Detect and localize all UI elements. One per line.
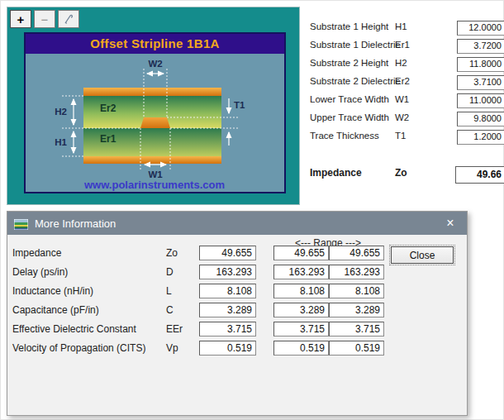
- result-range-max-field: 3.715: [329, 322, 384, 336]
- result-range-min-field: 163.293: [273, 265, 329, 279]
- parameter-symbol: T1: [395, 131, 406, 141]
- result-row: Effective Dielectric Constant EEr 3.715 …: [7, 322, 468, 336]
- parameter-input[interactable]: 9.8000: [457, 112, 504, 126]
- close-button[interactable]: Close: [391, 246, 454, 264]
- result-row: Delay (ps/in) D 163.293 163.293 163.293: [7, 265, 468, 279]
- h1-label: H1: [55, 137, 67, 147]
- result-symbol: C: [166, 304, 174, 316]
- result-range-max-field: 0.519: [329, 341, 384, 356]
- dialog-titlebar[interactable]: More Information ×: [7, 212, 467, 235]
- parameter-row: Substrate 1 Dielectric Er1 3.7200: [310, 39, 502, 54]
- parameter-symbol: W1: [395, 94, 409, 104]
- calculator-panel: + − Offset Stripline 1B1A: [7, 7, 300, 205]
- result-range-max-field: 3.289: [329, 303, 384, 317]
- result-symbol: L: [166, 285, 172, 297]
- parameter-label: Substrate 2 Height: [310, 58, 388, 68]
- result-symbol: Vp: [166, 342, 178, 354]
- result-value-field: 0.519: [199, 341, 256, 356]
- result-range-max-field: 49.655: [329, 246, 384, 260]
- diagram-toolbar: + −: [10, 10, 79, 28]
- zoom-in-button[interactable]: +: [10, 10, 31, 28]
- parameter-label: Substrate 1 Dielectric: [310, 40, 400, 50]
- parameter-symbol: Er2: [395, 76, 410, 86]
- w2-label: W2: [148, 59, 162, 69]
- parameter-symbol: H1: [395, 21, 407, 31]
- result-row: Capacitance (pF/in) C 3.289 3.289 3.289: [7, 303, 468, 317]
- parameter-label: Upper Trace Width: [310, 112, 389, 122]
- parameter-row: Lower Trace Width W1 11.0000: [310, 93, 502, 108]
- result-row: Velocity of Propagation (CITS) Vp 0.519 …: [7, 341, 468, 356]
- h2-label: H2: [55, 107, 67, 117]
- impedance-result-field: 49.66: [455, 166, 504, 184]
- impedance-calculator-screen: + − Offset Stripline 1B1A: [0, 0, 504, 420]
- t1-label: T1: [234, 100, 245, 110]
- parameter-input[interactable]: 1.2000: [457, 130, 504, 145]
- result-symbol: EEr: [166, 323, 183, 335]
- dialog-app-icon: [14, 218, 28, 229]
- result-label: Impedance: [12, 247, 61, 259]
- zoom-out-button[interactable]: −: [34, 10, 55, 28]
- parameter-row: Upper Trace Width W2 9.8000: [310, 112, 502, 126]
- result-range-min-field: 8.108: [273, 284, 329, 298]
- upper-copper-plane: [83, 88, 221, 96]
- result-label: Effective Dielectric Constant: [12, 323, 136, 335]
- result-range-min-field: 3.289: [273, 303, 329, 317]
- result-value-field: 3.715: [199, 322, 256, 336]
- er1-layer-label: Er1: [100, 133, 116, 145]
- parameter-symbol: Er1: [395, 40, 410, 50]
- probe-pen-button[interactable]: [58, 10, 79, 28]
- parameter-label: Lower Trace Width: [310, 94, 389, 104]
- impedance-label: Impedance: [310, 167, 362, 179]
- parameter-label: Substrate 2 Dielectric: [310, 76, 400, 86]
- result-label: Inductance (nH/in): [12, 285, 93, 297]
- result-symbol: D: [166, 266, 174, 278]
- dialog-close-icon[interactable]: ×: [439, 212, 462, 235]
- parameter-row: Substrate 2 Height H2 11.8000: [310, 57, 502, 72]
- result-value-field: 49.655: [199, 246, 256, 260]
- substrate-stack: [83, 88, 221, 164]
- stripline-cross-section: W2 T1 H2 H1 W1 Er2 Er1 www.polarinstrume…: [26, 54, 284, 192]
- parameter-input[interactable]: 11.8000: [457, 57, 504, 72]
- result-value-field: 3.289: [199, 303, 256, 317]
- parameter-symbol: W2: [395, 112, 409, 122]
- result-label: Delay (ps/in): [12, 266, 68, 278]
- impedance-result-row: Impedance Zo 49.66: [310, 166, 502, 181]
- parameter-row: Substrate 1 Height H1 12.0000: [310, 21, 502, 36]
- result-range-max-field: 8.108: [329, 284, 384, 298]
- result-range-min-field: 49.655: [273, 246, 329, 260]
- result-symbol: Zo: [166, 247, 178, 259]
- parameter-row: Trace Thickness T1 1.2000: [310, 130, 502, 145]
- pen-icon: [62, 12, 75, 26]
- more-information-dialog: More Information × <--- Range ---> Imped…: [7, 211, 468, 416]
- impedance-symbol: Zo: [395, 167, 407, 179]
- result-range-min-field: 3.715: [273, 322, 329, 336]
- parameter-input[interactable]: 3.7100: [457, 75, 504, 90]
- result-range-min-field: 0.519: [273, 341, 329, 356]
- diagram-canvas: W2 T1 H2 H1 W1 Er2 Er1 www.polarinstrume…: [26, 54, 284, 192]
- stripline-diagram: Offset Stripline 1B1A: [24, 32, 286, 193]
- website-link[interactable]: www.polarinstruments.com: [83, 179, 225, 191]
- parameter-label: Trace Thickness: [310, 131, 379, 141]
- trace-cross-section: [140, 117, 170, 128]
- dialog-title: More Information: [35, 217, 116, 230]
- result-value-field: 163.293: [199, 265, 256, 279]
- lower-copper-plane: [83, 156, 221, 164]
- er2-layer-label: Er2: [100, 103, 116, 114]
- diagram-title: Offset Stripline 1B1A: [26, 34, 284, 54]
- parameter-row: Substrate 2 Dielectric Er2 3.7100: [310, 75, 502, 90]
- result-value-field: 8.108: [199, 284, 256, 298]
- result-range-max-field: 163.293: [329, 265, 384, 279]
- parameter-input[interactable]: 12.0000: [457, 21, 504, 36]
- result-label: Velocity of Propagation (CITS): [12, 342, 145, 354]
- parameter-input[interactable]: 3.7200: [457, 39, 504, 54]
- result-label: Capacitance (pF/in): [12, 304, 99, 316]
- parameter-input[interactable]: 11.0000: [457, 93, 504, 108]
- parameter-symbol: H2: [395, 58, 407, 68]
- result-row: Inductance (nH/in) L 8.108 8.108 8.108: [7, 284, 468, 298]
- parameter-label: Substrate 1 Height: [310, 21, 388, 31]
